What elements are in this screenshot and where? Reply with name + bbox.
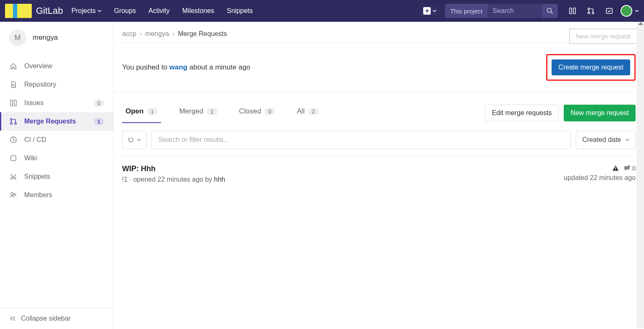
merge-request-icon	[9, 117, 18, 126]
sidebar: M mengya Overview Repository Issues 0 Me…	[0, 22, 114, 329]
tab-count: 1	[207, 108, 217, 115]
collapse-label: Collapse sidebar	[21, 315, 71, 322]
chevron-right-icon: ›	[140, 30, 142, 38]
svg-rect-13	[11, 156, 16, 161]
separator: ·	[130, 176, 133, 183]
new-merge-request-ghost-button[interactable]: New merge request	[569, 28, 637, 44]
tab-count: 2	[308, 108, 319, 115]
issues-icon[interactable]	[569, 7, 576, 15]
sidebar-item-overview[interactable]: Overview	[0, 57, 113, 75]
history-icon	[128, 136, 134, 143]
sidebar-label: Snippets	[24, 173, 50, 180]
members-icon	[9, 191, 18, 199]
tab-label: Merged	[179, 107, 204, 116]
chevron-right-icon: ›	[172, 30, 174, 38]
sort-label: Created date	[582, 136, 621, 144]
issues-icon	[9, 99, 18, 107]
comments-count[interactable]: 0	[624, 164, 636, 172]
topnav: Projects Groups Activity Milestones Snip…	[72, 7, 253, 15]
logo-block[interactable]: GitLab	[5, 4, 63, 18]
search-scope[interactable]: This project	[445, 8, 488, 15]
user-avatar[interactable]	[621, 5, 632, 17]
sidebar-nav: Overview Repository Issues 0 Merge Reque…	[0, 54, 113, 308]
sidebar-item-merge-requests[interactable]: Merge Requests 1	[0, 112, 113, 131]
svg-rect-7	[10, 100, 13, 106]
chevron-down-icon	[432, 10, 437, 12]
nav-projects[interactable]: Projects	[72, 7, 102, 15]
breadcrumb-item[interactable]: accp	[122, 30, 136, 38]
divider	[114, 92, 644, 92]
nav-milestones[interactable]: Milestones	[182, 7, 214, 15]
todos-icon[interactable]	[606, 7, 613, 15]
sort-dropdown[interactable]: Created date	[576, 131, 636, 149]
list-item[interactable]: WIP: Hhh !1 · opened 22 minutes ago by h…	[114, 157, 644, 191]
sidebar-count: 0	[94, 100, 104, 107]
create-merge-request-button[interactable]: Create merge request	[552, 59, 630, 75]
recent-searches-dropdown[interactable]	[122, 131, 146, 149]
home-icon	[9, 62, 18, 70]
svg-point-10	[10, 123, 12, 124]
topbar-icons	[569, 7, 613, 15]
sidebar-item-members[interactable]: Members	[0, 186, 113, 204]
chevron-down-icon	[625, 139, 629, 141]
merge-request-icon[interactable]	[587, 7, 595, 15]
breadcrumb-item[interactable]: mengya	[145, 30, 169, 38]
branch-link[interactable]: wang	[169, 63, 187, 71]
push-suffix: about a minute ago	[187, 63, 250, 71]
filter-bar: Created date	[114, 123, 644, 157]
search-icon[interactable]	[542, 7, 558, 15]
svg-point-14	[11, 177, 13, 179]
list-item-left: WIP: Hhh !1 · opened 22 minutes ago by h…	[122, 164, 564, 183]
sidebar-item-snippets[interactable]: Snippets	[0, 167, 113, 186]
sidebar-item-issues[interactable]: Issues 0	[0, 94, 113, 112]
chevron-double-left-icon	[9, 315, 16, 322]
tab-closed[interactable]: Closed 0	[236, 103, 279, 123]
svg-rect-18	[615, 167, 616, 169]
svg-point-3	[588, 8, 590, 10]
filter-input[interactable]	[151, 131, 571, 149]
svg-point-9	[10, 118, 12, 120]
sidebar-label: Overview	[24, 62, 52, 70]
warning-icon	[612, 165, 619, 172]
scrollbar[interactable]	[636, 22, 644, 328]
tab-merged[interactable]: Merged 1	[176, 103, 221, 123]
tabs-row: Open 1 Merged 1 Closed 0 All 2 Edit merg…	[114, 95, 644, 123]
tab-count: 1	[147, 108, 157, 115]
sidebar-label: Repository	[24, 81, 56, 88]
search-input[interactable]	[488, 4, 542, 18]
tab-label: Open	[125, 107, 143, 116]
mr-opened: opened 22 minutes ago by	[133, 176, 212, 183]
nav-groups[interactable]: Groups	[114, 7, 136, 15]
tab-open[interactable]: Open 1	[122, 103, 161, 123]
sidebar-item-repository[interactable]: Repository	[0, 75, 113, 94]
sidebar-label: Issues	[24, 99, 43, 107]
project-avatar: M	[9, 29, 26, 46]
author-link[interactable]: hhh	[214, 176, 225, 183]
sidebar-header[interactable]: M mengya	[0, 22, 113, 54]
svg-point-15	[14, 177, 16, 179]
nav-activity[interactable]: Activity	[148, 7, 170, 15]
push-prefix: You pushed to	[122, 63, 169, 71]
svg-point-16	[11, 193, 13, 195]
collapse-sidebar[interactable]: Collapse sidebar	[0, 308, 113, 329]
svg-rect-2	[573, 8, 575, 14]
svg-point-11	[15, 123, 16, 124]
new-merge-request-button[interactable]: New merge request	[564, 105, 636, 121]
file-icon	[9, 80, 18, 89]
nav-snippets[interactable]: Snippets	[227, 7, 253, 15]
merge-request-title[interactable]: WIP: Hhh	[122, 164, 564, 173]
tab-label: All	[297, 107, 305, 116]
svg-rect-8	[14, 100, 16, 106]
sidebar-item-cicd[interactable]: CI / CD	[0, 131, 113, 149]
edit-merge-requests-button[interactable]: Edit merge requests	[485, 105, 559, 121]
sidebar-label: CI / CD	[24, 136, 46, 144]
sidebar-label: Wiki	[24, 154, 37, 162]
tab-label: Closed	[239, 107, 261, 116]
new-dropdown[interactable]: +	[420, 5, 440, 16]
highlight-box: Create merge request	[546, 54, 636, 81]
book-icon	[9, 154, 18, 162]
svg-point-0	[547, 8, 552, 13]
sidebar-item-wiki[interactable]: Wiki	[0, 149, 113, 167]
tab-all[interactable]: All 2	[294, 103, 322, 123]
topbar: GitLab Projects Groups Activity Mileston…	[0, 0, 644, 22]
